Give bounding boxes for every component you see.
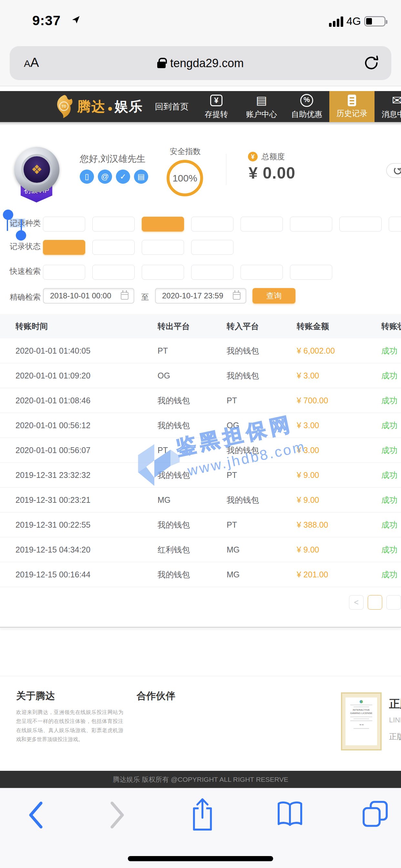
filter-option[interactable]: [241, 217, 283, 231]
filter-option[interactable]: [92, 217, 135, 231]
table-row: 2020-01-01 00:56:12 我的钱包 OG ¥ 3.00 成功: [0, 413, 401, 438]
cell-time: 2020-01-01 01:40:05: [16, 346, 158, 355]
forward-button[interactable]: [109, 801, 126, 829]
refresh-balance-button[interactable]: [386, 163, 401, 178]
prev-page-button[interactable]: <: [349, 595, 364, 610]
cell-amount: ¥ 3.00: [297, 445, 381, 455]
cell-from: PT: [158, 445, 227, 455]
nav-item-promo[interactable]: 自助优惠: [284, 91, 329, 122]
date-to-input[interactable]: 2020-10-17 23:59: [155, 288, 246, 304]
cell-time: 2019-12-15 04:34:20: [16, 545, 158, 554]
page-button[interactable]: [368, 595, 382, 610]
cert-seal-icon: [360, 700, 363, 703]
filter-option[interactable]: [43, 217, 85, 231]
back-to-home-link[interactable]: 回到首页: [155, 91, 189, 122]
cell-time: 2020-01-01 01:08:46: [16, 396, 158, 405]
filter-option[interactable]: [241, 265, 283, 280]
history-icon: [348, 95, 356, 106]
cell-time: 2019-12-31 23:32:32: [16, 470, 158, 480]
signal-strength-icon: [329, 16, 343, 27]
cell-amount: ¥ 3.00: [297, 371, 381, 380]
filter-option[interactable]: [142, 265, 184, 280]
filter-option[interactable]: [43, 265, 85, 280]
nav-item-message[interactable]: 消息中心: [374, 91, 401, 122]
cell-status: 成功: [381, 495, 401, 505]
reload-button[interactable]: [363, 55, 380, 71]
filter-option[interactable]: [290, 217, 332, 231]
vip-medal-icon: ❖: [14, 147, 59, 192]
verification-icons: ▯ @ ✓ ▤: [80, 169, 148, 184]
cert-title: INTERACTIVE GAMING LICENSE: [347, 709, 375, 715]
share-button[interactable]: [189, 797, 216, 832]
col-status: 转账状态: [381, 321, 401, 332]
cell-time: 2019-12-31 00:22:55: [16, 520, 158, 530]
cell-amount: ¥ 201.00: [297, 570, 381, 579]
quick-search-label: 快速检索: [10, 266, 41, 276]
filter-option[interactable]: [339, 217, 382, 231]
pagination: <: [349, 595, 401, 610]
filter-option[interactable]: [92, 265, 135, 280]
cell-to: 我的钱包: [227, 445, 297, 456]
site-navbar: TD 腾达 娱乐 回到首页 存提转 账户中心 自助优惠: [0, 91, 401, 122]
quick-search-options: [43, 265, 332, 280]
cell-time: 2020-01-01 00:56:07: [16, 445, 158, 455]
nav-item-deposit[interactable]: 存提转: [194, 91, 239, 122]
cell-amount: ¥ 9.00: [297, 470, 381, 480]
selection-handle-end[interactable]: [20, 219, 26, 241]
security-index-label: 安全指数: [166, 146, 204, 157]
about-text: 欢迎来到腾达，亚洲领先在线娱乐投注网站为您呈现不一样的在线投注体验，包括体育投注…: [16, 708, 123, 744]
about-title: 关于腾达: [16, 689, 55, 703]
table-row: 2019-12-31 23:32:32 我的钱包 PT ¥ 9.00 成功: [0, 463, 401, 488]
filter-option[interactable]: [290, 265, 332, 280]
filter-option[interactable]: [142, 217, 184, 231]
partners-title: 合作伙伴: [136, 689, 175, 703]
search-button[interactable]: 查询: [252, 288, 296, 304]
table-header: 转账时间 转出平台 转入平台 转账金额 转账状态: [0, 314, 401, 338]
license-line2: 正版授: [389, 732, 401, 742]
record-type-options: [43, 217, 401, 231]
refresh-icon: [394, 166, 401, 175]
cell-to: PT: [227, 396, 297, 405]
filter-option[interactable]: [43, 240, 85, 255]
license-text-block: 正版 LINENC 正版授: [389, 696, 401, 742]
cell-amount: ¥ 6,002.00: [297, 346, 381, 355]
date-from-input[interactable]: 2018-10-01 00:00: [43, 288, 134, 304]
selection-handle-start[interactable]: [3, 210, 13, 231]
at-email-icon[interactable]: @: [98, 169, 112, 184]
license-heading: 正版: [389, 696, 401, 711]
site-logo[interactable]: TD 腾达 娱乐: [53, 91, 143, 122]
filter-option[interactable]: [191, 265, 234, 280]
tabs-button[interactable]: [361, 799, 390, 828]
deposit-icon: [210, 94, 222, 107]
filter-option[interactable]: [191, 240, 234, 255]
nav-item-account[interactable]: 账户中心: [239, 91, 284, 122]
cell-from: MG: [158, 495, 227, 505]
phone-icon[interactable]: ▯: [80, 169, 94, 184]
bank-card-icon[interactable]: ▤: [134, 169, 148, 184]
shield-check-icon[interactable]: ✓: [116, 169, 130, 184]
divider: [226, 154, 226, 185]
nav-item-history[interactable]: 历史记录: [329, 91, 374, 122]
partner-logos: [136, 709, 317, 715]
calendar-icon: [121, 292, 128, 300]
copyright-bar: 腾达娱乐 版权所有 @COPYRIGHT ALL RIGHT RESERVE: [0, 771, 401, 788]
cell-to: MG: [227, 570, 297, 579]
filter-option[interactable]: [92, 240, 135, 255]
bookmarks-button[interactable]: [276, 801, 304, 828]
cell-from: 我的钱包: [158, 569, 227, 580]
page-button[interactable]: [387, 595, 401, 610]
navbar-shadow: [0, 122, 401, 125]
cell-amount: ¥ 9.00: [297, 495, 381, 505]
address-bar[interactable]: AA tengda29.com: [10, 46, 391, 80]
table-row: 2020-01-01 00:56:07 PT 我的钱包 ¥ 3.00 成功: [0, 438, 401, 463]
col-transfer-time: 转账时间: [16, 321, 158, 332]
nav-menu: 存提转 账户中心 自助优惠 历史记录 消息中心: [194, 91, 401, 122]
table-row: 2020-01-01 01:09:20 OG 我的钱包 ¥ 3.00 成功: [0, 363, 401, 388]
filter-option[interactable]: [142, 240, 184, 255]
home-indicator[interactable]: [128, 856, 273, 861]
filter-option[interactable]: [389, 217, 401, 231]
cell-from: OG: [158, 371, 227, 380]
cell-amount: ¥ 9.00: [297, 545, 381, 554]
filter-option[interactable]: [191, 217, 234, 231]
back-button[interactable]: [27, 801, 44, 829]
